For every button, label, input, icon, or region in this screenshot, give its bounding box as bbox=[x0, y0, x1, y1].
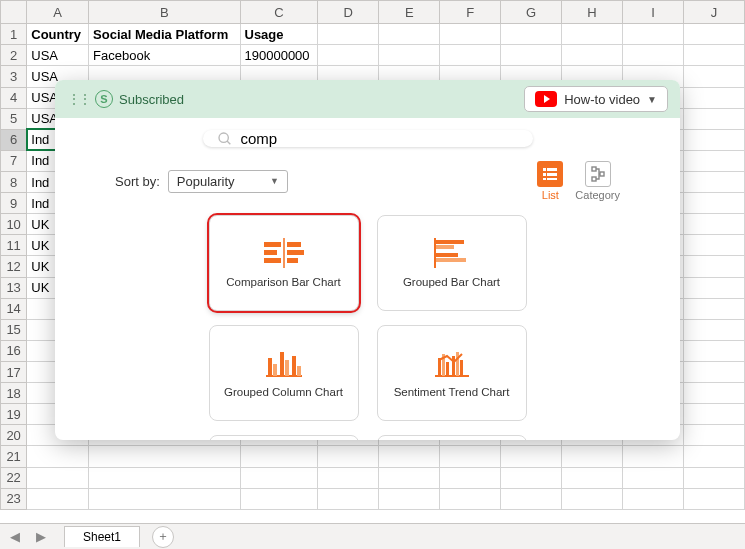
cell[interactable] bbox=[501, 488, 562, 509]
cell[interactable] bbox=[379, 24, 440, 45]
cell[interactable] bbox=[379, 467, 440, 488]
cell[interactable] bbox=[562, 467, 623, 488]
cell[interactable] bbox=[501, 467, 562, 488]
row-header[interactable]: 3 bbox=[1, 66, 27, 87]
row-header[interactable]: 22 bbox=[1, 467, 27, 488]
col-header[interactable]: G bbox=[501, 1, 562, 24]
drag-handle-icon[interactable]: ⋮⋮ bbox=[67, 91, 89, 107]
cell[interactable] bbox=[683, 108, 744, 129]
row-header[interactable]: 12 bbox=[1, 256, 27, 277]
cell[interactable] bbox=[683, 425, 744, 446]
chart-card-grouped-bar[interactable]: Grouped Bar Chart bbox=[377, 215, 527, 311]
col-header[interactable]: D bbox=[318, 1, 379, 24]
row-header[interactable]: 21 bbox=[1, 446, 27, 467]
chart-search-input[interactable] bbox=[241, 130, 519, 147]
row-header[interactable]: 6 bbox=[1, 129, 27, 150]
cell[interactable] bbox=[562, 45, 623, 66]
cell[interactable] bbox=[379, 45, 440, 66]
row-header[interactable]: 23 bbox=[1, 488, 27, 509]
cell[interactable]: Usage bbox=[240, 24, 318, 45]
cell[interactable] bbox=[27, 467, 89, 488]
col-header[interactable]: B bbox=[89, 1, 240, 24]
cell[interactable]: 190000000 bbox=[240, 45, 318, 66]
add-sheet-button[interactable]: ＋ bbox=[152, 526, 174, 548]
cell[interactable] bbox=[623, 446, 684, 467]
cell[interactable] bbox=[501, 45, 562, 66]
row-header[interactable]: 9 bbox=[1, 193, 27, 214]
cell[interactable] bbox=[89, 488, 240, 509]
cell[interactable] bbox=[379, 488, 440, 509]
chart-search[interactable] bbox=[203, 130, 533, 147]
cell[interactable] bbox=[683, 235, 744, 256]
cell[interactable] bbox=[623, 467, 684, 488]
cell[interactable] bbox=[89, 467, 240, 488]
row-header[interactable]: 19 bbox=[1, 404, 27, 425]
how-to-video-button[interactable]: How-to video ▼ bbox=[524, 86, 668, 112]
cell[interactable] bbox=[683, 45, 744, 66]
sheet-nav-next-icon[interactable]: ▶ bbox=[30, 526, 52, 548]
cell[interactable] bbox=[623, 488, 684, 509]
cell[interactable] bbox=[89, 446, 240, 467]
col-header[interactable]: F bbox=[440, 1, 501, 24]
col-header[interactable]: H bbox=[562, 1, 623, 24]
row-header[interactable]: 2 bbox=[1, 45, 27, 66]
cell[interactable] bbox=[501, 24, 562, 45]
sort-by-select[interactable]: Popularity ▼ bbox=[168, 170, 288, 193]
cell[interactable] bbox=[623, 24, 684, 45]
cell[interactable] bbox=[683, 171, 744, 192]
cell[interactable] bbox=[562, 446, 623, 467]
cell[interactable] bbox=[318, 24, 379, 45]
select-all-corner[interactable] bbox=[1, 1, 27, 24]
row-header[interactable]: 20 bbox=[1, 425, 27, 446]
cell[interactable] bbox=[440, 24, 501, 45]
cell[interactable] bbox=[683, 404, 744, 425]
cell[interactable] bbox=[683, 361, 744, 382]
row-header[interactable]: 8 bbox=[1, 171, 27, 192]
cell[interactable] bbox=[683, 150, 744, 171]
cell[interactable]: USA bbox=[27, 45, 89, 66]
cell[interactable] bbox=[562, 24, 623, 45]
cell[interactable] bbox=[318, 45, 379, 66]
chart-card-sentiment-matrix[interactable]: Sentiment Matrix bbox=[209, 435, 359, 440]
chart-card-comparison-bar[interactable]: Comparison Bar Chart bbox=[209, 215, 359, 311]
cell[interactable] bbox=[240, 488, 318, 509]
cell[interactable] bbox=[683, 467, 744, 488]
cell[interactable] bbox=[318, 488, 379, 509]
sheet-tab[interactable]: Sheet1 bbox=[64, 526, 140, 547]
cell[interactable] bbox=[683, 129, 744, 150]
chart-card-sentiment-trend[interactable]: Sentiment Trend Chart bbox=[377, 325, 527, 421]
row-header[interactable]: 15 bbox=[1, 319, 27, 340]
cell[interactable] bbox=[683, 66, 744, 87]
col-header[interactable]: E bbox=[379, 1, 440, 24]
cell[interactable] bbox=[240, 446, 318, 467]
cell[interactable] bbox=[683, 340, 744, 361]
row-header[interactable]: 1 bbox=[1, 24, 27, 45]
row-header[interactable]: 14 bbox=[1, 298, 27, 319]
row-header[interactable]: 7 bbox=[1, 150, 27, 171]
cell[interactable] bbox=[562, 488, 623, 509]
cell[interactable] bbox=[683, 298, 744, 319]
col-header[interactable]: A bbox=[27, 1, 89, 24]
cell[interactable] bbox=[683, 256, 744, 277]
cell[interactable] bbox=[240, 467, 318, 488]
row-header[interactable]: 17 bbox=[1, 361, 27, 382]
row-header[interactable]: 11 bbox=[1, 235, 27, 256]
cell[interactable] bbox=[683, 383, 744, 404]
cell[interactable] bbox=[440, 467, 501, 488]
cell[interactable] bbox=[683, 214, 744, 235]
row-header[interactable]: 5 bbox=[1, 108, 27, 129]
cell[interactable] bbox=[440, 446, 501, 467]
cell[interactable]: Country bbox=[27, 24, 89, 45]
cell[interactable] bbox=[501, 446, 562, 467]
cell[interactable] bbox=[318, 467, 379, 488]
cell[interactable] bbox=[440, 45, 501, 66]
cell[interactable] bbox=[683, 277, 744, 298]
cell[interactable] bbox=[683, 193, 744, 214]
view-list-button[interactable]: List bbox=[537, 161, 563, 201]
row-header[interactable]: 4 bbox=[1, 87, 27, 108]
cell[interactable] bbox=[683, 24, 744, 45]
cell[interactable] bbox=[683, 446, 744, 467]
cell[interactable] bbox=[440, 488, 501, 509]
row-header[interactable]: 10 bbox=[1, 214, 27, 235]
sheet-nav-prev-icon[interactable]: ◀ bbox=[4, 526, 26, 548]
